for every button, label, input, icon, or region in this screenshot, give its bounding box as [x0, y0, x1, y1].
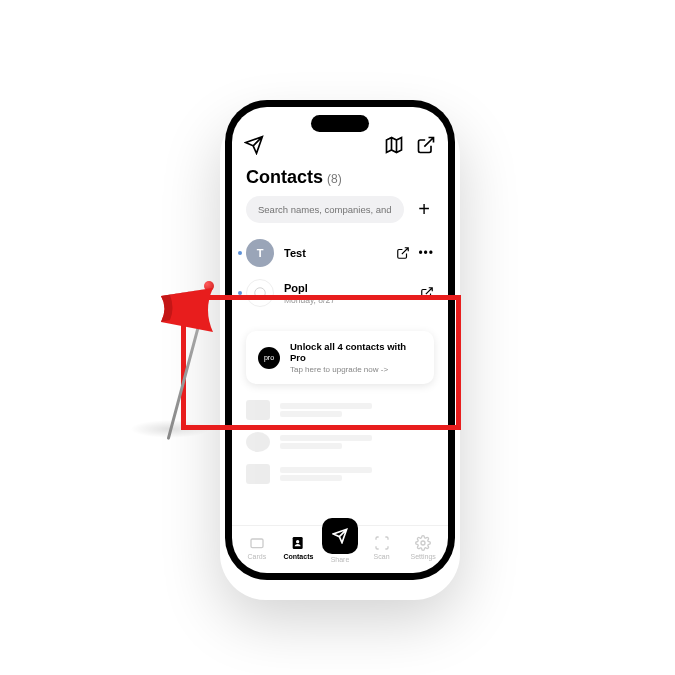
nav-label: Cards: [247, 553, 266, 560]
share-button[interactable]: [322, 518, 358, 554]
contact-actions: [420, 286, 434, 300]
nav-label: Contacts: [283, 553, 313, 560]
dynamic-island: [311, 115, 369, 132]
annotation-flag-shadow: [130, 420, 210, 438]
open-icon[interactable]: [420, 286, 434, 300]
avatar: [246, 279, 274, 307]
locked-contact-row: [246, 458, 434, 490]
contact-row[interactable]: Popl Monday, 8/27: [246, 273, 434, 313]
page-title-row: Contacts (8): [232, 161, 448, 196]
contact-actions: •••: [396, 246, 434, 260]
contact-count: (8): [327, 172, 342, 186]
nav-label: Share: [331, 556, 350, 563]
svg-point-0: [255, 288, 266, 299]
nav-settings[interactable]: Settings: [402, 535, 444, 560]
map-icon[interactable]: [384, 135, 404, 155]
more-icon[interactable]: •••: [418, 246, 434, 260]
svg-point-3: [296, 540, 299, 543]
nav-contacts[interactable]: Contacts: [278, 535, 320, 560]
unread-dot: [238, 251, 242, 255]
contact-info: Popl Monday, 8/27: [284, 282, 410, 305]
upgrade-subtitle: Tap here to upgrade now ->: [290, 365, 422, 374]
search-row: +: [232, 196, 448, 233]
contact-list: T Test •••: [232, 233, 448, 525]
add-contact-button[interactable]: +: [414, 200, 434, 220]
contact-name: Popl: [284, 282, 410, 294]
search-input[interactable]: [246, 196, 404, 223]
svg-point-4: [421, 541, 425, 545]
contact-row[interactable]: T Test •••: [246, 233, 434, 273]
nav-label: Scan: [374, 553, 390, 560]
avatar: T: [246, 239, 274, 267]
contact-info: Test: [284, 247, 386, 259]
pro-badge: pro: [258, 347, 280, 369]
phone-frame: Contacts (8) + T Test: [225, 100, 455, 580]
upgrade-title: Unlock all 4 contacts with Pro: [290, 341, 422, 363]
open-icon[interactable]: [396, 246, 410, 260]
send-icon[interactable]: [244, 135, 264, 155]
contact-date: Monday, 8/27: [284, 295, 410, 305]
flag-icon: [158, 286, 218, 351]
nav-scan[interactable]: Scan: [361, 535, 403, 560]
bottom-nav: Cards Contacts Share Scan: [232, 525, 448, 573]
export-icon[interactable]: [416, 135, 436, 155]
contact-name: Test: [284, 247, 386, 259]
page-title: Contacts: [246, 167, 323, 188]
upgrade-card[interactable]: pro Unlock all 4 contacts with Pro Tap h…: [246, 331, 434, 384]
svg-rect-1: [251, 539, 263, 548]
nav-label: Settings: [411, 553, 436, 560]
nav-cards[interactable]: Cards: [236, 535, 278, 560]
unread-dot: [238, 291, 242, 295]
phone-screen: Contacts (8) + T Test: [232, 107, 448, 573]
locked-contact-row: [246, 426, 434, 458]
nav-share[interactable]: Share: [319, 532, 361, 563]
upgrade-text: Unlock all 4 contacts with Pro Tap here …: [290, 341, 422, 374]
locked-contact-row: [246, 394, 434, 426]
